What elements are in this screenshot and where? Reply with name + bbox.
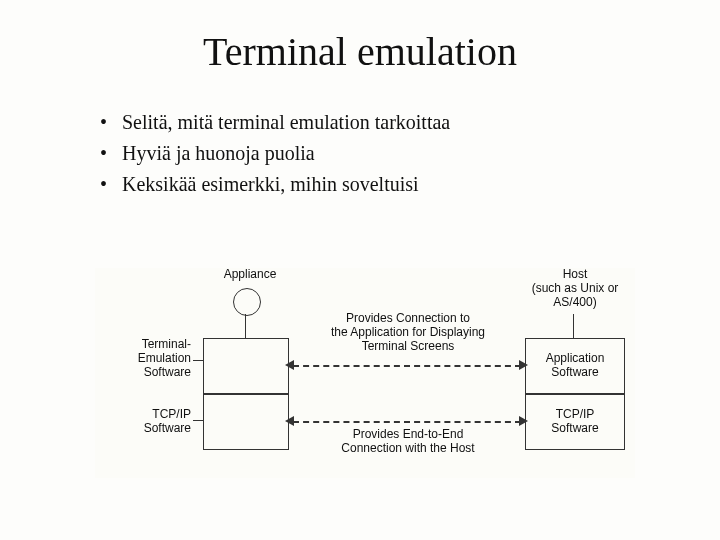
diagram: Appliance Terminal-EmulationSoftware TCP… (95, 268, 635, 478)
list-item: Hyviä ja huonoja puolia (100, 138, 720, 169)
arrow-bottom (293, 421, 521, 423)
right-top-box: Application Software (525, 338, 625, 394)
arrow-bottom-label: Provides End-to-End Connection with the … (313, 428, 503, 456)
left-bottom-box (203, 394, 289, 450)
left-top-label: Terminal-EmulationSoftware (95, 338, 191, 379)
appliance-icon (233, 288, 261, 316)
arrow-bottom-head-left (285, 416, 294, 426)
bullet-list: Selitä, mitä terminal emulation tarkoitt… (60, 107, 720, 200)
tick (193, 360, 203, 361)
appliance-label: Appliance (215, 268, 285, 282)
arrow-top (293, 365, 521, 367)
arrow-top-head-right (519, 360, 528, 370)
page-title: Terminal emulation (0, 28, 720, 75)
host-label: Host (such as Unix or AS/400) (515, 268, 635, 309)
left-top-box (203, 338, 289, 394)
tick (193, 420, 203, 421)
arrow-top-head-left (285, 360, 294, 370)
left-bottom-label: TCP/IPSoftware (95, 408, 191, 436)
list-item: Keksikää esimerkki, mihin soveltuisi (100, 169, 720, 200)
host-connector (573, 314, 574, 338)
appliance-connector (245, 314, 246, 338)
right-bottom-box: TCP/IP Software (525, 394, 625, 450)
list-item: Selitä, mitä terminal emulation tarkoitt… (100, 107, 720, 138)
arrow-bottom-head-right (519, 416, 528, 426)
arrow-top-label: Provides Connection to the Application f… (303, 312, 513, 353)
